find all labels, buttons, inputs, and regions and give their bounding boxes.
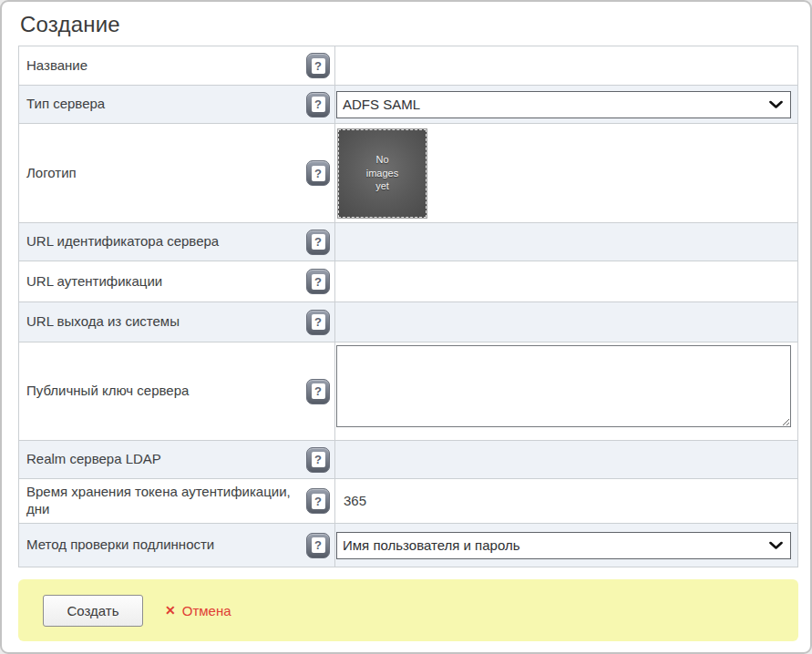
help-icon[interactable]: ?: [306, 310, 330, 335]
form-row-logout-url: URL выхода из системы ?: [19, 302, 798, 342]
token-ttl-input[interactable]: [335, 493, 783, 508]
help-icon[interactable]: ?: [306, 160, 330, 186]
create-dialog: Создание Название ? Тип сервера ?: [0, 0, 812, 654]
cancel-link[interactable]: ✕ Отмена: [165, 603, 231, 618]
form-row-logo: Логотип ? No images yet: [19, 124, 798, 223]
form-row-server-type: Тип сервера ? ADFS SAML: [19, 86, 798, 124]
name-input[interactable]: [335, 57, 783, 73]
action-bar: Создать ✕ Отмена: [18, 579, 798, 641]
server-type-select[interactable]: ADFS SAML: [336, 91, 791, 118]
logout-url-input[interactable]: [335, 314, 783, 330]
help-icon[interactable]: ?: [306, 53, 330, 78]
field-label-identifier-url: URL идентификатора сервера: [26, 233, 222, 250]
form-row-ldap-realm: Realm сервера LDAP ?: [19, 441, 798, 479]
field-label-server-type: Тип сервера: [26, 96, 108, 113]
help-icon[interactable]: ?: [306, 533, 330, 558]
no-images-text: No images yet: [359, 153, 406, 194]
cancel-x-icon: ✕: [165, 604, 176, 617]
public-key-textarea[interactable]: [336, 345, 791, 427]
page-title: Создание: [2, 2, 810, 46]
identifier-url-input[interactable]: [335, 234, 783, 250]
auth-url-input[interactable]: [335, 273, 783, 289]
field-label-auth-method: Метод проверки подлинности: [26, 536, 218, 554]
form-row-public-key: Публичный ключ сервера ?: [19, 342, 798, 441]
field-label-token-ttl: Время хранения токена аутентификации, дн…: [26, 484, 306, 518]
field-label-ldap-realm: Realm сервера LDAP: [26, 451, 165, 468]
form-row-auth-url: URL аутентификации ?: [19, 261, 798, 302]
logo-upload-placeholder[interactable]: No images yet: [338, 129, 427, 218]
field-label-public-key: Публичный ключ сервера: [26, 383, 192, 400]
form-row-auth-method: Метод проверки подлинности ? Имя пользов…: [19, 524, 798, 567]
cancel-label: Отмена: [182, 603, 231, 618]
field-label-logo: Логотип: [26, 165, 80, 182]
help-icon[interactable]: ?: [306, 447, 330, 473]
field-label-name: Название: [26, 57, 91, 75]
create-button[interactable]: Создать: [43, 595, 143, 627]
help-icon[interactable]: ?: [306, 92, 330, 118]
help-icon[interactable]: ?: [306, 488, 330, 514]
form-row-name: Название ?: [19, 46, 798, 86]
help-icon[interactable]: ?: [306, 379, 330, 404]
form-row-token-ttl: Время хранения токена аутентификации, дн…: [19, 479, 798, 524]
help-icon[interactable]: ?: [306, 269, 330, 294]
field-label-auth-url: URL аутентификации: [26, 273, 166, 291]
create-form-table: Название ? Тип сервера ? ADFS SAML: [18, 46, 798, 567]
auth-method-select[interactable]: Имя пользователя и пароль: [336, 532, 791, 559]
help-icon[interactable]: ?: [306, 230, 330, 255]
field-label-logout-url: URL выхода из системы: [26, 313, 183, 331]
form-row-identifier-url: URL идентификатора сервера ?: [19, 223, 798, 261]
ldap-realm-input[interactable]: [335, 452, 783, 467]
